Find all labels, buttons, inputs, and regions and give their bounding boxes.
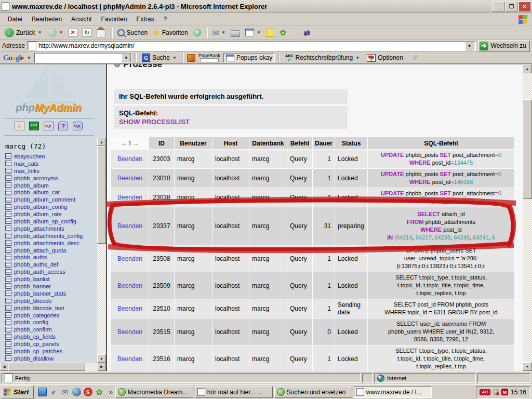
sidebar-table-link[interactable]: phpbb_album_rate [14, 211, 62, 217]
translate-icon[interactable]: ⇄ [303, 28, 310, 37]
sidebar-table-link[interactable]: phpbb_cp_panels [14, 341, 59, 347]
address-dropdown-icon[interactable]: ▼ [465, 42, 474, 50]
google-search-button[interactable]: G Suche ▼ [140, 53, 179, 62]
kill-process-link[interactable]: Beenden [117, 282, 142, 289]
sidebar-horizontal-scrollbar[interactable]: ◀ ▶ [0, 363, 106, 371]
menu-item-extras[interactable]: Extras [131, 14, 158, 24]
help-icon[interactable]: ? [58, 122, 68, 130]
menu-item-ansicht[interactable]: Ansicht [66, 14, 96, 24]
highlighter-icon[interactable]: ✎ [410, 55, 419, 61]
sidebar-table-link[interactable]: phpbb_album_cat [14, 189, 59, 195]
sidebar-table-link[interactable]: ebaysuchen [14, 153, 45, 159]
home-button[interactable] [94, 26, 109, 38]
sidebar-table-link[interactable]: phpbb_disallow [14, 355, 54, 362]
sidebar-table-link[interactable]: phpbb_attach_quota [14, 247, 66, 254]
google-search-input[interactable]: ▼ [34, 53, 131, 63]
sidebar-table-link[interactable]: phpbb_confirm [14, 326, 52, 332]
sidebar-table-link[interactable]: phpbb_attachments_desc [14, 240, 79, 246]
history-button[interactable]: ◷ [191, 28, 204, 37]
mail-button[interactable]: ✉ ▼ [210, 27, 229, 38]
kill-process-link[interactable]: Beenden [117, 222, 142, 230]
exit-icon[interactable]: EXIT→ [29, 122, 39, 130]
sidebar-table-link[interactable]: phpbb_album_sp_config [14, 218, 76, 224]
sidebar-table-link[interactable]: phpbb_cp_fields [14, 334, 56, 340]
scroll-up-icon[interactable]: ▲ [523, 64, 532, 73]
sidebar-table-link[interactable]: max_cats [14, 161, 38, 167]
mail-icon[interactable] [61, 388, 70, 396]
scroll-right-icon[interactable]: ▶ [98, 363, 106, 371]
scroll-thumb[interactable] [97, 146, 106, 244]
back-dropdown-icon[interactable]: ▼ [38, 30, 42, 35]
sidebar-table-link[interactable]: phpbb_banner [14, 283, 51, 289]
skype-icon[interactable] [84, 388, 92, 396]
google-search-dropdown-icon[interactable]: ▼ [122, 54, 131, 62]
kill-process-link[interactable]: Beenden [117, 328, 142, 336]
mail-dropdown-icon[interactable]: ▼ [221, 30, 225, 35]
edit-button[interactable]: ▼ [243, 28, 263, 37]
print-button[interactable] [228, 27, 243, 38]
edit-dropdown-icon[interactable]: ▼ [257, 30, 261, 35]
sql-history-icon[interactable]: SQL [73, 122, 83, 130]
close-button[interactable]: ✕ [518, 2, 530, 11]
media-player-icon[interactable] [72, 388, 81, 396]
scroll-down-icon[interactable]: ▼ [523, 362, 532, 371]
ati-icon[interactable] [480, 389, 490, 395]
kill-process-link[interactable]: Beenden [117, 155, 142, 163]
notes-button[interactable] [263, 28, 277, 38]
address-input[interactable]: http://www.maxrev.de/mysqladmin/ ▼ [27, 41, 475, 51]
sidebar-table-link[interactable]: phpbb_attachments_config [14, 233, 83, 239]
sidebar-table-link[interactable]: phpbb_attachments [14, 225, 64, 232]
search-button[interactable]: Suchen [115, 28, 151, 37]
home-icon[interactable]: ⌂ [15, 122, 24, 130]
favorites-button[interactable]: ★ Favoriten [150, 27, 190, 38]
miranda-icon[interactable] [501, 389, 508, 395]
google-logo-dropdown-icon[interactable]: ▼ [27, 56, 31, 60]
forward-dropdown-icon[interactable]: ▼ [59, 30, 63, 35]
pagerank-widget[interactable]: PageRank [198, 54, 220, 62]
sidebar-table-link[interactable]: phpbb_categories [14, 312, 59, 318]
spellcheck-button[interactable]: ABC✓ Rechtschreibprüfung ▼ [283, 54, 362, 62]
scroll-thumb[interactable] [523, 99, 532, 199]
sidebar-table-link[interactable]: phpbb_album [14, 182, 49, 189]
stop-button[interactable]: ✕ [66, 27, 80, 38]
sidebar-table-link[interactable]: phpbb_album_comment [14, 196, 75, 203]
sidebar-table-link[interactable]: phpbb_auth_access [14, 269, 65, 275]
sidebar-table-link[interactable]: max_links [14, 168, 39, 174]
main-vertical-scrollbar[interactable]: ▲ ▼ [523, 64, 532, 371]
sidebar-table-link[interactable]: phpbb_banlist [14, 276, 50, 282]
google-logo[interactable]: Google [3, 54, 23, 62]
scroll-left-icon[interactable]: ◀ [0, 363, 8, 371]
kill-process-link[interactable]: Beenden [117, 355, 142, 363]
menu-item-datei[interactable]: Datei [3, 14, 27, 24]
app-icon[interactable] [38, 388, 47, 396]
sidebar-table-link[interactable]: phpbb_bbcode [14, 298, 52, 304]
start-button[interactable]: Start [1, 385, 34, 398]
forward-button[interactable]: → ▼ [45, 27, 66, 38]
sidebar-table-link[interactable]: phpbb_cp_patches [14, 348, 62, 354]
kill-process-link[interactable]: Beenden [117, 255, 142, 262]
google-dice-icon[interactable] [187, 54, 195, 62]
menu-item-bearbeiten[interactable]: Bearbeiten [27, 14, 66, 24]
taskbar-task[interactable]: hör mal auf hier... ... [195, 387, 273, 398]
kill-process-link[interactable]: Beenden [117, 305, 142, 312]
refresh-button[interactable]: ↻ [80, 27, 94, 38]
scroll-thumb[interactable] [8, 363, 85, 371]
kill-process-link[interactable]: Beenden [117, 175, 142, 182]
kill-process-link[interactable]: Beenden [117, 194, 142, 201]
display-toggle-header[interactable]: ←T→ [111, 137, 149, 149]
scroll-up-icon[interactable]: ▲ [97, 138, 106, 146]
taskbar-task[interactable]: www.maxrev.de / l... [354, 387, 432, 398]
sidebar-table-link[interactable]: phpbb_acronyms [14, 175, 58, 181]
sidebar-table-link[interactable]: phpbb_auths_def [14, 261, 58, 268]
device-icon[interactable] [493, 389, 499, 395]
options-button[interactable]: Optionen [365, 54, 405, 62]
popup-blocker-button[interactable]: Popups okay [223, 53, 275, 62]
back-button[interactable]: ← Zurück ▼ [2, 27, 45, 38]
go-button[interactable]: ➜ Wechseln zu [478, 41, 530, 51]
sidebar-table-link[interactable]: phpbb_bbcode_text [14, 305, 64, 311]
taskbar-task[interactable]: Macromedia Dream... [115, 387, 193, 398]
menu-item-favoriten[interactable]: Favoriten [96, 14, 131, 24]
icq-button[interactable]: ✿ [277, 27, 289, 38]
google-search-button-dropdown-icon[interactable]: ▼ [172, 56, 177, 60]
sidebar-table-link[interactable]: phpbb_banner_stats [14, 290, 66, 297]
